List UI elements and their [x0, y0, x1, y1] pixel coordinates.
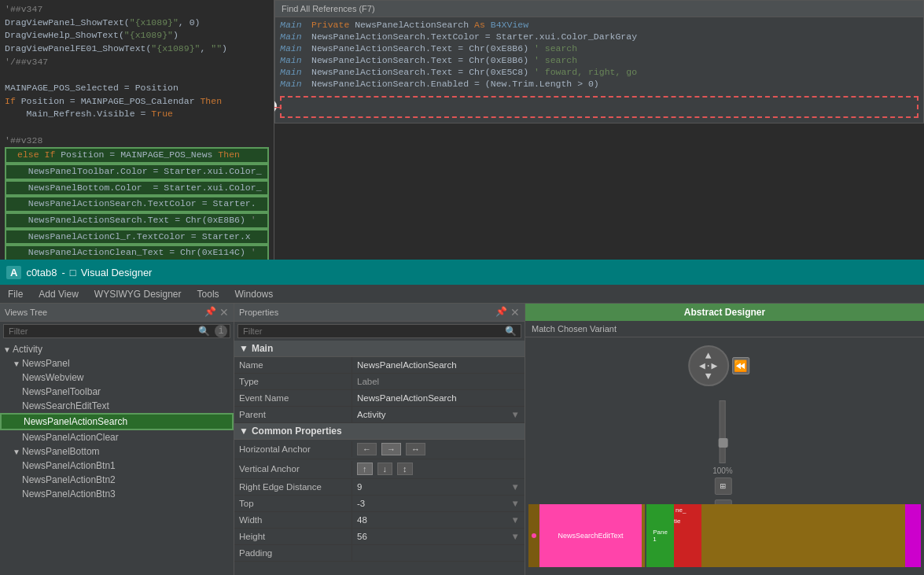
prop-row-padding: Padding	[234, 545, 525, 562]
code-line: '##v328	[5, 135, 269, 148]
dropdown-arrow[interactable]: ▼	[511, 499, 520, 508]
tree-item-newssearchedittext[interactable]: NewsSearchEditText	[0, 399, 234, 413]
menu-wysiwyg[interactable]: WYSIWYG Designer	[91, 287, 185, 301]
tree-item-newspanelactionsearch[interactable]: NewsPanelActionSearch	[0, 413, 234, 430]
tree-label: NewsPanelActionSearch	[24, 416, 127, 427]
dropdown-arrow[interactable]: ▼	[511, 515, 520, 525]
anchor-bottom-btn[interactable]: ↓	[377, 463, 393, 475]
code-line: NewsPanelActionCl_r.TextColor = Starter.…	[5, 229, 269, 245]
pin-icon[interactable]: 📌	[495, 306, 507, 319]
nav-circle[interactable]: ▲ ◀ · ▶ ▼	[688, 345, 729, 386]
ref-main: Main	[280, 43, 311, 53]
tree-item-newspanelbottom[interactable]: ▼ NewsPanelBottom	[0, 444, 234, 459]
prop-row-type: Type Label	[234, 374, 525, 390]
canvas-preview: NewsSearchEditText Pane1 ne_tie	[528, 504, 921, 567]
tree-item-btn2[interactable]: NewsPanelActionBtn2	[0, 473, 234, 487]
prop-value[interactable]: -3 ▼	[352, 496, 525, 511]
ref-main: Main	[280, 55, 311, 65]
search-icon: 🔍	[198, 326, 210, 337]
prop-label: Width	[234, 512, 352, 528]
nav-right[interactable]: ▶	[712, 361, 718, 371]
nav-left[interactable]: ◀	[699, 361, 705, 371]
tree-item-newspanelactionclear[interactable]: NewsPanelActionClear	[0, 430, 234, 444]
designer-title-text: Visual Designer	[81, 267, 153, 278]
dropdown-arrow[interactable]: ▼	[511, 410, 520, 419]
prop-label: Event Name	[234, 390, 352, 406]
nav-up[interactable]: ▲	[705, 351, 712, 361]
ref-row: Main NewsPanelActionSearch.Enabled = (Ne…	[275, 78, 923, 90]
menu-windows[interactable]: Windows	[232, 287, 277, 301]
tree-item-btn3[interactable]: NewsPanelActionBtn3	[0, 487, 234, 501]
designer-canvas[interactable]: ▲ ◀ · ▶ ▼ ⏪ 100%	[525, 337, 924, 575]
menu-add-view[interactable]: Add View	[35, 287, 81, 301]
spacer	[712, 371, 718, 381]
dropdown-arrow[interactable]: ▼	[511, 532, 520, 541]
prop-row-width: Width 48 ▼	[234, 512, 525, 529]
tree-arrow: ▼	[13, 448, 20, 456]
rewind-btn[interactable]: ⏪	[732, 357, 749, 374]
left-code-panel: '##v347 DragViewPanel_ShowText("{x1089}"…	[0, 0, 274, 260]
zoom-track[interactable]	[720, 400, 726, 463]
close-panel-icon[interactable]: ✕	[219, 306, 229, 319]
code-line	[5, 68, 269, 82]
section-title: Common Properties	[252, 426, 342, 437]
anchor-top-btn[interactable]: ↑	[357, 463, 373, 475]
prop-value[interactable]: 48 ▼	[352, 512, 525, 528]
prop-row-top: Top -3 ▼	[234, 496, 525, 512]
prop-label: Type	[234, 374, 352, 389]
info-icon[interactable]: i	[215, 325, 227, 337]
zoom-thumb[interactable]	[719, 438, 728, 448]
props-section-common[interactable]: ▼ Common Properties	[234, 423, 525, 440]
dropdown-arrow[interactable]: ▼	[511, 482, 520, 492]
menu-bar: File Add View WYSIWYG Designer Tools Win…	[0, 285, 924, 304]
prop-label: Top	[234, 496, 352, 511]
canvas-left-edge	[528, 504, 539, 567]
grid-icon-btn[interactable]: ⊞	[714, 477, 731, 495]
canvas-label: Pane1	[653, 529, 668, 543]
ref-row: Main NewsPanelActionSearch.Text = Chr(0x…	[275, 66, 923, 78]
prop-value[interactable]: Activity ▼	[352, 407, 525, 422]
anchor-both-h-btn[interactable]: ↔	[406, 443, 425, 455]
prop-value[interactable]: NewsPanelActionSearch	[352, 357, 525, 373]
prop-row-height: Height 56 ▼	[234, 529, 525, 545]
section-arrow: ▼	[239, 426, 248, 437]
tree-item-newspaneltoolbar[interactable]: NewsPanelToolbar	[0, 385, 234, 399]
tree-item-btn1[interactable]: NewsPanelActionBtn1	[0, 459, 234, 473]
prop-row-h-anchor: Horizontal Anchor ← → ↔	[234, 440, 525, 459]
anchor-both-v-btn[interactable]: ↕	[397, 463, 413, 475]
props-title: Properties	[239, 308, 278, 317]
tree-item-activity[interactable]: ▼ Activity	[0, 342, 234, 356]
views-tree-title: Views Tree	[5, 308, 47, 317]
props-filter-input[interactable]	[237, 324, 521, 338]
ref-code: NewsPanelActionSearch.Enabled = (New.Tri…	[311, 79, 599, 89]
pin-icon[interactable]: 📌	[204, 306, 216, 319]
views-tree-panel: Views Tree 📌 ✕ 🔍 i ▼ Activity ▼ NewsPane…	[0, 304, 234, 575]
prop-value[interactable]	[352, 550, 525, 556]
section-arrow: ▼	[239, 343, 248, 354]
code-line: '/##v347	[5, 56, 269, 69]
canvas-label: ne_tie	[674, 505, 686, 526]
tree-item-newspanel[interactable]: ▼ NewsPanel	[0, 356, 234, 370]
props-filter-wrap: 🔍	[234, 322, 525, 341]
props-content: ▼ Main Name NewsPanelActionSearch Type L…	[234, 341, 525, 575]
top-area: '##v347 DragViewPanel_ShowText("{x1089}"…	[0, 0, 924, 260]
menu-tools[interactable]: Tools	[194, 287, 223, 301]
ref-row: Main Private NewsPanelActionSearch As B4…	[275, 19, 923, 31]
menu-file[interactable]: File	[5, 287, 26, 301]
views-filter-input[interactable]	[3, 324, 230, 338]
zoom-slider[interactable]: 100%	[712, 400, 733, 475]
nav-down[interactable]: ▼	[705, 371, 712, 381]
close-panel-icon[interactable]: ✕	[510, 306, 520, 319]
tree-arrow: ▼	[3, 345, 11, 354]
title-separator: -	[61, 267, 64, 278]
anchor-left-btn[interactable]: ←	[357, 443, 377, 455]
code-line: '##v347	[5, 3, 269, 17]
tab-name[interactable]: c0tab8	[26, 267, 57, 278]
prop-value[interactable]: 56 ▼	[352, 529, 525, 544]
anchor-right-btn[interactable]: →	[381, 443, 401, 455]
prop-value[interactable]: NewsPanelActionSearch	[352, 390, 525, 406]
tree-item-newswebview[interactable]: NewsWebview	[0, 370, 234, 385]
prop-label: Right Edge Distance	[234, 479, 352, 495]
props-section-main[interactable]: ▼ Main	[234, 341, 525, 357]
prop-value[interactable]: 9 ▼	[352, 479, 525, 495]
